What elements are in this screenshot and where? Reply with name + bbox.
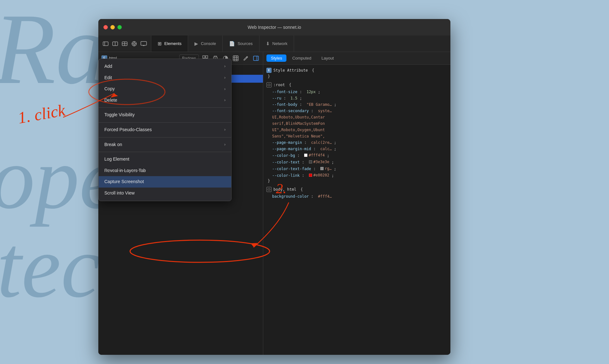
tab-elements[interactable]: ⊞ Elements (151, 35, 188, 52)
menu-item-toggle-visibility[interactable]: Toggle Visibility (99, 109, 231, 121)
style-selector-body-html: {} body, html { (266, 187, 447, 192)
prop-font-secondary: --font-secondary : syste… (266, 108, 447, 114)
close-button[interactable] (103, 25, 108, 29)
target-icon[interactable] (131, 40, 138, 47)
menu-item-copy[interactable]: Copy › (99, 83, 231, 95)
responsive-icon[interactable] (112, 40, 119, 47)
elements-tab-label: Elements (164, 41, 181, 46)
tab-console[interactable]: ▶ Console (188, 35, 223, 52)
svg-rect-29 (253, 56, 259, 61)
styles-content: E Style Attribute { } {} :root { --font-… (263, 65, 450, 355)
style-block-body-html: {} body, html { background-color : #fff4… (266, 187, 447, 200)
menu-item-log-element[interactable]: Log Element (99, 154, 231, 165)
elements-tab-icon: ⊞ (158, 41, 162, 47)
chevron-icon: › (224, 75, 226, 80)
tab-bar: ⊞ Elements ▶ Console 📄 Sources ⬇ Network (98, 35, 450, 52)
closing-brace-attribute: } (266, 74, 447, 79)
closing-brace-root: } (266, 179, 447, 183)
color-swatch-text (309, 160, 312, 163)
context-menu: Add › Edit › Copy › Delete › Toggle Visi… (98, 59, 232, 201)
menu-item-forced-pseudo[interactable]: Forced Pseudo-Classes › (99, 124, 231, 136)
tab-computed[interactable]: Computed (288, 54, 316, 62)
tab-layout[interactable]: Layout (317, 54, 338, 62)
prop-font-secondary-cont2: serif,BlinkMacSystemFon (266, 120, 447, 127)
zoom-button[interactable] (117, 25, 122, 29)
window-title: Web Inspector — sonnet.io (248, 25, 301, 30)
style-block-attribute: E Style Attribute { } (266, 68, 447, 79)
chevron-icon: › (224, 142, 226, 147)
menu-item-delete[interactable]: Delete › (99, 95, 231, 106)
tab-network[interactable]: ⬇ Network (259, 35, 294, 52)
sources-tab-label: Sources (238, 41, 253, 46)
minimize-button[interactable] (110, 25, 115, 29)
svg-rect-16 (203, 56, 205, 58)
color-swatch-link (309, 174, 312, 177)
svg-rect-17 (206, 56, 208, 58)
prop-color-bg: --color-bg : #fff4f4 ; (266, 152, 447, 159)
styles-tabs: Styles Computed Layout (263, 52, 450, 65)
console-tab-icon: ▶ (194, 41, 198, 47)
styles-panel: Styles Computed Layout E Style Attribute… (263, 52, 450, 355)
style-selector-root: {} :root { (266, 82, 447, 87)
menu-item-scroll-into-view[interactable]: Scroll into View (99, 188, 231, 199)
color-swatch-bg (304, 154, 307, 157)
prop-font-secondary-cont1: UI,Roboto,Ubuntu,Cantar (266, 114, 447, 120)
menu-separator-2 (99, 122, 231, 123)
network-tab-label: Network (272, 41, 288, 46)
svg-point-8 (133, 43, 135, 45)
style-block-root: {} :root { --font-size : 12px ; --ru : 1… (266, 82, 447, 183)
toolbar-icons (98, 35, 151, 52)
sidebar-panel-icon[interactable] (252, 54, 260, 62)
title-bar: Web Inspector — sonnet.io (98, 19, 450, 35)
menu-separator-3 (99, 137, 231, 137)
split-icon[interactable] (121, 40, 128, 47)
menu-separator-1 (99, 107, 231, 108)
svg-rect-13 (141, 42, 147, 45)
element-icon-attribute: E (266, 68, 272, 73)
chevron-icon: › (224, 64, 226, 69)
menu-item-reveal-layers[interactable]: Reveal in Layers Tab (99, 165, 231, 176)
color-swatch-text-fade (320, 167, 324, 170)
menu-item-edit[interactable]: Edit › (99, 72, 231, 84)
monitor-icon[interactable] (140, 40, 147, 47)
tab-styles[interactable]: Styles (266, 54, 286, 62)
prop-color-link: --color-link : #e00202 ; (266, 172, 447, 179)
prop-ru: --ru : 1.5 ; (266, 95, 447, 101)
svg-rect-0 (103, 42, 108, 46)
sources-tab-icon: 📄 (229, 41, 235, 47)
prop-color-text-fade: --color-text-fade : rg… ; (266, 165, 447, 172)
rule-icon-root: {} (266, 82, 272, 87)
prop-color-text: --color-text : #3e3e3e ; (266, 159, 447, 165)
prop-font-body: --font-body : "EB Garamo… ; (266, 101, 447, 108)
svg-rect-24 (233, 56, 238, 61)
menu-separator-4 (99, 152, 231, 152)
traffic-lights (103, 25, 122, 29)
style-selector-attribute: E Style Attribute { (266, 68, 447, 73)
console-tab-label: Console (201, 41, 216, 46)
menu-item-capture-screenshot[interactable]: Capture Screenshot (99, 176, 231, 188)
tab-sources[interactable]: 📄 Sources (223, 35, 259, 52)
rule-icon-body-html: {} (266, 187, 272, 192)
chevron-icon: › (224, 86, 226, 92)
chevron-icon: › (224, 127, 226, 132)
bg-decorative-text-1: Ra (0, 0, 106, 107)
prop-page-margin-mid: --page-margin-mid : calc… ; (266, 146, 447, 152)
menu-item-break-on[interactable]: Break on › (99, 139, 231, 150)
prop-font-size: --font-size : 12px ; (266, 89, 447, 95)
edit-icon[interactable] (242, 54, 250, 62)
prop-font-secondary-cont3: UI",Roboto,Oxygen,Ubunt (266, 127, 447, 133)
sidebar-toggle-icon[interactable] (102, 40, 109, 47)
menu-item-add[interactable]: Add › (99, 61, 231, 72)
chevron-icon: › (224, 98, 226, 103)
grid-view-icon[interactable] (232, 54, 239, 62)
prop-font-secondary-cont4: Sans","Helvetica Neue", (266, 133, 447, 139)
network-tab-icon: ⬇ (266, 41, 270, 47)
prop-page-margin: --page-margin : calc(2re… ; (266, 139, 447, 146)
prop-background-color: background-color : #fff4… (266, 193, 447, 200)
